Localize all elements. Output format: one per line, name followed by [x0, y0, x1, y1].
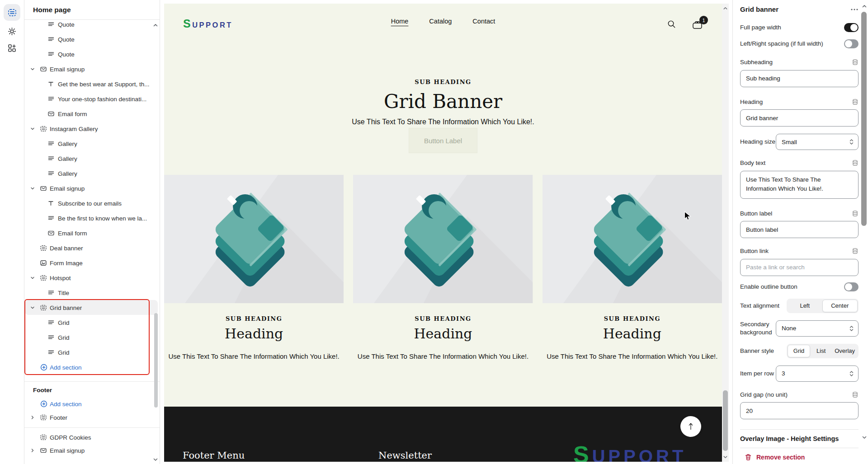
grid-gap-input[interactable] [740, 402, 859, 419]
hero-button[interactable]: Button Label [409, 128, 477, 153]
full-page-width-toggle[interactable] [844, 23, 859, 32]
card-body-text: Use This Text To Share The Information W… [542, 352, 722, 360]
item-per-row-select[interactable]: 3 [776, 366, 859, 382]
tree-item-label: Gallery [58, 140, 77, 147]
preview-scroll-up-icon[interactable] [723, 6, 728, 11]
field-item-per-row: Item per row 3 [740, 366, 859, 382]
tree-item-instagram-gallery[interactable]: Instagram Gallery [25, 121, 158, 136]
text-icon [48, 36, 54, 42]
tree-item-gallery[interactable]: Gallery [25, 151, 158, 166]
settings-panel-title: Grid banner [740, 5, 778, 13]
preview-scrollbar-thumb[interactable] [723, 390, 728, 451]
add-section-link[interactable]: Add section [25, 360, 158, 375]
add-section-link[interactable]: Add section [25, 396, 158, 411]
tree-item-email-form[interactable]: Email form [25, 106, 158, 121]
tree-item-gallery[interactable]: Gallery [25, 136, 158, 151]
app-embeds-button[interactable] [4, 40, 20, 56]
footer-group-title: Footer [33, 383, 52, 398]
theme-settings-button[interactable] [4, 23, 20, 40]
tree-item-footer[interactable]: Footer [25, 410, 158, 425]
dynamic-source-icon[interactable] [852, 391, 859, 398]
dynamic-source-icon[interactable] [852, 59, 859, 66]
more-options-icon[interactable] [850, 8, 859, 11]
tree-item-grid[interactable]: Grid [25, 315, 158, 330]
tree-item-quote[interactable]: Quote [25, 20, 158, 32]
tree-item-email-signup[interactable]: Email signup [25, 61, 158, 76]
footer-store-logo: SUPPORT [573, 441, 686, 462]
preview-scroll-down-icon[interactable] [723, 455, 728, 459]
banner-style-list-option[interactable]: List [810, 345, 832, 357]
dynamic-source-icon[interactable] [852, 248, 859, 254]
tree-item-quote[interactable]: Quote [25, 32, 158, 47]
tree-item-label: Be the first to know when we la... [58, 215, 147, 221]
overlay-image-height-settings-header[interactable]: Overlay Image - Height Settings [740, 435, 859, 442]
field-text-alignment: Text alignment Left Center [740, 299, 859, 313]
tree-item-title[interactable]: Title [25, 285, 158, 300]
body-text-input[interactable]: Use This Text To Share The Information W… [740, 171, 859, 199]
tree-item-get-the-best-wear-at-support-th[interactable]: Get the best wear at Support, th... [25, 76, 158, 91]
card-subheading: SUB HEADING [353, 315, 533, 322]
sidebar-scrollbar-thumb[interactable] [154, 313, 158, 408]
sidebar-scroll-up-icon[interactable] [153, 23, 158, 28]
panel-scroll-down-icon[interactable] [862, 435, 867, 440]
dynamic-source-icon[interactable] [852, 98, 859, 105]
enable-outline-toggle[interactable] [844, 282, 859, 291]
tree-item-deal-banner[interactable]: Deal banner [25, 240, 158, 255]
tree-item-label: Footer [50, 414, 67, 421]
lr-spacing-toggle[interactable] [844, 39, 859, 48]
tree-item-gallery[interactable]: Gallery [25, 166, 158, 181]
tree-item-subscribe-to-our-emails[interactable]: Subscribe to our emails [25, 196, 158, 211]
search-icon[interactable] [667, 19, 676, 29]
button-link-input[interactable] [740, 259, 859, 276]
tree-item-label: GDPR Cookies [50, 434, 91, 441]
chevron-down-icon [30, 67, 35, 71]
nav-link-home[interactable]: Home [391, 18, 409, 25]
dynamic-source-icon[interactable] [852, 159, 859, 166]
footer-logo-first-letter: S [573, 441, 592, 462]
nav-link-contact[interactable]: Contact [472, 18, 495, 25]
full-page-width-label: Full page width [740, 23, 781, 32]
text-alignment-center-option[interactable]: Center [822, 300, 858, 312]
tree-item-grid[interactable]: Grid [25, 345, 158, 360]
subheading-input[interactable] [740, 70, 859, 87]
field-button-label-row: Button label [740, 210, 859, 218]
banner-style-overlay-option[interactable]: Overlay [832, 345, 858, 357]
tree-item-label: Email signup [50, 66, 85, 72]
tree-item-form-image[interactable]: Form Image [25, 255, 158, 270]
tree-item-email-signup[interactable]: Email signup [25, 181, 158, 196]
card-image [353, 175, 533, 303]
sidebar-scroll-down-icon[interactable] [153, 457, 158, 462]
heading-input[interactable] [740, 109, 859, 127]
item-per-row-label: Item per row [740, 370, 774, 378]
preview-area: SUPPORT HomeCatalogContact 1 SUB HEADING… [160, 0, 732, 464]
remove-section-button[interactable]: Remove section [740, 454, 859, 461]
scroll-to-top-button[interactable] [680, 416, 701, 437]
field-banner-style: Banner style Grid List Overlay [740, 344, 859, 358]
secondary-background-select[interactable]: None [776, 320, 859, 337]
tree-item-label: Deal banner [50, 244, 83, 251]
tree-item-label: Subscribe to our emails [58, 200, 122, 206]
panel-scrollbar-thumb[interactable] [861, 12, 867, 226]
banner-style-grid-option[interactable]: Grid [788, 345, 810, 357]
tree-item-be-the-first-to-know-when-we-la[interactable]: Be the first to know when we la... [25, 211, 158, 225]
button-label-input[interactable] [740, 221, 859, 238]
dynamic-source-icon[interactable] [852, 210, 859, 217]
sidebar-divider [24, 381, 160, 382]
tree-item-grid-banner[interactable]: Grid banner [25, 300, 158, 315]
tree-item-grid[interactable]: Grid [25, 330, 158, 345]
nav-link-catalog[interactable]: Catalog [429, 18, 452, 25]
chevron-right-icon [30, 448, 35, 453]
hero-subheading: SUB HEADING [164, 79, 722, 85]
panel-scroll-up-icon[interactable] [862, 4, 867, 9]
tree-item-email-signup[interactable]: Email signup [25, 443, 158, 458]
tree-item-email-form[interactable]: Email form [25, 225, 158, 240]
sections-tab-button[interactable] [4, 4, 20, 21]
preview-scrollbar[interactable] [722, 4, 729, 462]
tree-item-quote[interactable]: Quote [25, 47, 158, 61]
heading-icon [48, 81, 54, 87]
text-alignment-left-option[interactable]: Left [788, 300, 822, 312]
tree-item-your-one-stop-fashion-destinati[interactable]: Your one-stop fashion destinati... [25, 91, 158, 106]
heading-size-select[interactable]: Small [776, 134, 859, 150]
stepper-icon [849, 139, 854, 145]
tree-item-hotspot[interactable]: Hotspot [25, 270, 158, 285]
